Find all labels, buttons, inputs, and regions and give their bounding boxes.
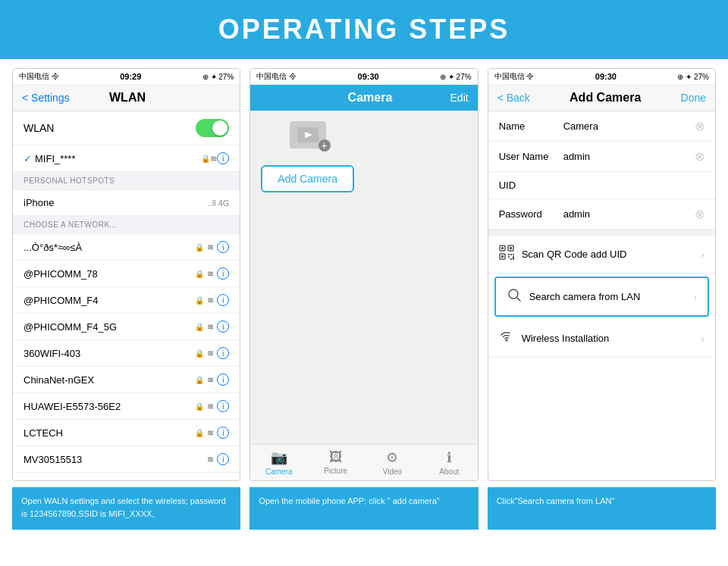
svg-rect-12 — [510, 258, 512, 260]
svg-line-15 — [516, 298, 520, 302]
add-camera-title: Add Camera — [570, 91, 641, 105]
tab-about[interactable]: ℹ About — [421, 445, 478, 480]
list-item[interactable]: @PHICOMM_F4_5G 🔒≋i — [13, 314, 240, 340]
wifi-icon: ≋ — [207, 428, 214, 438]
add-camera-button[interactable]: Add Camera — [261, 165, 354, 192]
wifi-icon: ≋ — [207, 296, 214, 305]
tab-video[interactable]: ⚙ Video — [364, 445, 421, 480]
password-clear-icon[interactable]: ⊗ — [695, 207, 704, 221]
iphone-hotspot-row: iPhone ..ll 4G — [13, 190, 240, 216]
lock-icon: 🔒 — [195, 349, 204, 358]
add-camera-nav: < Back Add Camera Done — [488, 85, 715, 111]
info-icon[interactable]: i — [217, 321, 229, 333]
battery-3: ⊕ ✦ 27% — [677, 73, 709, 81]
lock-icon: 🔒 — [195, 296, 204, 305]
wireless-install-option[interactable]: Wireless Installation › — [488, 320, 715, 358]
back-button[interactable]: < Back — [497, 92, 530, 104]
wifi-icon: ≋ — [207, 375, 214, 385]
back-to-settings[interactable]: < Settings — [22, 92, 70, 104]
list-item[interactable]: HUAWEI-E5573-56E2 🔒≋i — [13, 393, 240, 420]
wlan-toggle[interactable] — [196, 119, 229, 137]
svg-rect-11 — [508, 256, 510, 258]
qr-chevron-icon: › — [701, 249, 704, 261]
info-icon[interactable]: i — [217, 294, 229, 306]
list-item[interactable]: 360WIFI-403 🔒≋i — [13, 340, 240, 367]
caption-1: Open WALN settings and select the wirele… — [12, 487, 240, 530]
lock-icon: 🔒 — [195, 270, 204, 278]
username-clear-icon[interactable]: ⊗ — [695, 149, 704, 164]
info-icon[interactable]: i — [217, 347, 229, 359]
panel-wlan: 中国电信 令 09:29 ⊕ ✦ 27% < Settings WLAN WLA… — [12, 68, 240, 530]
wifi-icon: ≋ — [207, 242, 214, 252]
connected-check: ✓ — [24, 153, 32, 164]
page-header: OPERATING STEPS — [0, 0, 728, 59]
info-icon[interactable]: i — [217, 267, 229, 280]
svg-rect-7 — [501, 255, 504, 258]
wireless-chevron-icon: › — [701, 333, 704, 345]
add-camera-area: + Add Camera — [261, 121, 354, 192]
camera-tab-bar: 📷 Camera 🖼 Picture ⚙ Video ℹ About — [250, 444, 477, 480]
info-icon[interactable]: i — [217, 241, 229, 253]
wifi-icon: ≋ — [207, 402, 214, 411]
lock-icon: 🔒 — [195, 323, 204, 331]
info-icon[interactable]: i — [217, 400, 229, 412]
list-item[interactable]: LCTECH 🔒≋i — [13, 420, 240, 446]
list-item[interactable]: @PHICOMM_78 🔒≋i — [13, 261, 240, 287]
username-value[interactable]: admin — [563, 151, 695, 162]
add-camera-screen: 中国电信 令 09:30 ⊕ ✦ 27% < Back Add Camera D… — [488, 68, 716, 481]
svg-rect-5 — [510, 247, 512, 249]
info-icon[interactable]: i — [217, 374, 229, 386]
connected-network-row[interactable]: ✓ MIFI_**** 🔒 ≋ i — [13, 145, 240, 172]
tab-picture[interactable]: 🖼 Picture — [307, 445, 364, 480]
wlan-screen: 中国电信 令 09:29 ⊕ ✦ 27% < Settings WLAN WLA… — [12, 68, 240, 481]
form-divider — [488, 230, 715, 236]
list-item[interactable]: ...Ò°ðs*≈∞≤À 🔒≋i — [13, 234, 240, 261]
page-title: OPERATING STEPS — [0, 14, 728, 45]
name-field-row: Name Camera ⊗ — [488, 111, 715, 142]
wlan-label: WLAN — [24, 122, 54, 134]
iphone-4g: ..ll 4G — [208, 199, 230, 208]
about-tab-icon: ℹ — [447, 449, 452, 466]
info-icon[interactable]: i — [217, 453, 229, 465]
wifi-icon: ≋ — [207, 349, 214, 358]
carrier-1: 中国电信 令 — [19, 71, 59, 82]
password-value[interactable]: admin — [563, 208, 695, 220]
time-3: 09:30 — [595, 72, 617, 81]
list-item[interactable]: @PHICOMM_F4 🔒≋i — [13, 287, 240, 314]
time-1: 09:29 — [120, 72, 141, 81]
search-lan-row[interactable]: Search camera from LAN › — [496, 278, 708, 315]
iphone-signal: ..ll 4G — [208, 199, 230, 208]
username-field-row: User Name admin ⊗ — [488, 142, 715, 172]
search-lan-icon — [507, 287, 522, 306]
wlan-nav: < Settings WLAN — [13, 85, 240, 111]
tab-about-label: About — [439, 467, 459, 476]
search-lan-chevron-icon: › — [693, 291, 697, 303]
carrier-3: 中国电信 令 — [494, 71, 535, 82]
carrier-2: 中国电信 令 — [256, 71, 297, 82]
wlan-nav-title: WLAN — [109, 91, 146, 105]
svg-rect-3 — [501, 247, 504, 249]
done-button[interactable]: Done — [681, 92, 706, 104]
panel-add-camera: 中国电信 令 09:30 ⊕ ✦ 27% < Back Add Camera D… — [488, 68, 716, 530]
choose-network-header: CHOOSE A NETWORK... — [13, 216, 240, 234]
name-value[interactable]: Camera — [563, 120, 695, 132]
qr-code-option[interactable]: Scan QR Code add UID › — [488, 236, 715, 274]
name-clear-icon[interactable]: ⊗ — [695, 119, 704, 133]
list-item[interactable]: ChinaNet-nGEX 🔒≋i — [13, 367, 240, 393]
wifi-icon: ≋ — [207, 269, 214, 279]
svg-rect-8 — [508, 254, 510, 255]
list-item[interactable]: MV30515513 ≋i — [13, 446, 240, 473]
svg-point-16 — [505, 339, 507, 342]
camera-nav-bar: Camera Edit — [250, 85, 477, 111]
panel-camera: 中国电信 令 09:30 ⊕ ✦ 27% Camera Edit — [249, 68, 478, 530]
lock-icon: 🔒 — [195, 429, 204, 437]
password-field-row: Password admin ⊗ — [488, 199, 715, 230]
picture-tab-icon: 🖼 — [329, 449, 343, 465]
main-content: 中国电信 令 09:29 ⊕ ✦ 27% < Settings WLAN WLA… — [0, 59, 728, 530]
tab-picture-label: Picture — [324, 467, 347, 475]
mifi-info[interactable]: i — [217, 152, 229, 164]
search-lan-option[interactable]: Search camera from LAN › — [494, 277, 709, 317]
tab-camera[interactable]: 📷 Camera — [250, 445, 307, 480]
info-icon[interactable]: i — [217, 427, 229, 439]
camera-edit-button[interactable]: Edit — [450, 92, 469, 104]
